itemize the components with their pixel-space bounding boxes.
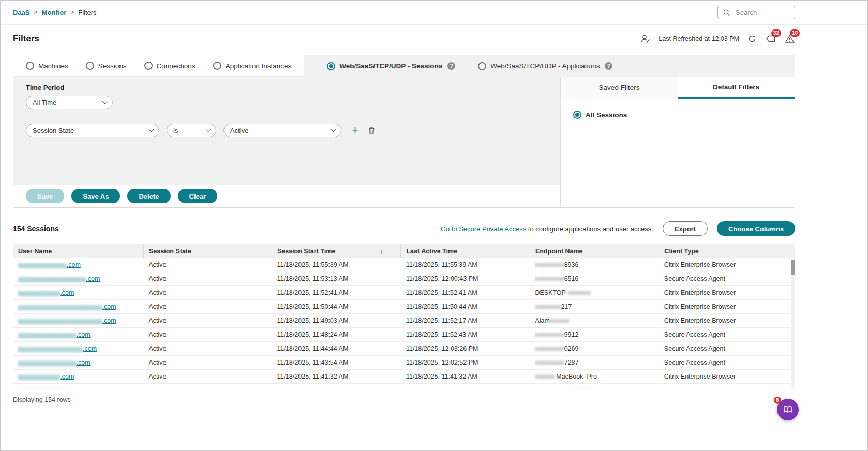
filter-actions: Save Save As Delete Clear — [13, 185, 560, 207]
secure-private-access-link[interactable]: Go to Secure Private Access — [441, 225, 526, 233]
last-active-cell: 11/18/2025, 11:41:32 AM — [401, 370, 530, 384]
session-state-cell: Active — [144, 342, 272, 356]
user-link[interactable]: xxxxxxxxxxxxxxxxxx.com — [18, 359, 91, 366]
session-start-cell: 11/18/2025, 11:37:22 AM — [272, 384, 400, 388]
filter-type-application-instances[interactable]: Application Instances — [213, 62, 292, 70]
breadcrumb-daas[interactable]: DaaS — [13, 9, 30, 17]
user-link[interactable]: xxxxxxxxxxxxxxx.com — [18, 387, 81, 388]
filter-type-group-left: Machines Sessions Connections Applicatio… — [13, 55, 304, 77]
tab-saved-filters[interactable]: Saved Filters — [561, 77, 678, 99]
breadcrumb-monitor[interactable]: Monitor — [42, 9, 67, 17]
session-state-cell: Active — [144, 286, 272, 300]
choose-columns-button[interactable]: Choose Columns — [717, 221, 795, 236]
session-state-cell: Active — [144, 258, 272, 272]
client-type-cell: Secure Access Agent — [659, 328, 795, 342]
endpoint-name-cell: xxxxxxxxx6516 — [530, 272, 659, 286]
save-button[interactable]: Save — [26, 189, 64, 203]
sort-desc-icon[interactable]: ↓ — [380, 247, 383, 255]
condition-operator-select[interactable]: is — [167, 124, 216, 137]
session-state-cell: Active — [144, 314, 272, 328]
radio-label: Connections — [157, 62, 196, 70]
filter-condition-row: Session State is Active + — [26, 124, 548, 137]
table-row: xxxxxxxxxxxxxxxxxxxxxxxxxx.comActive11/1… — [13, 300, 795, 314]
condition-value-select[interactable]: Active — [223, 124, 341, 137]
endpoint-name-cell: DESKTOP-Cxxxxxx — [530, 384, 659, 388]
filter-type-connections[interactable]: Connections — [144, 62, 196, 70]
whats-new-fab[interactable]: 6 — [777, 399, 799, 420]
page-title: Filters — [13, 34, 39, 44]
radio-icon — [478, 62, 486, 70]
user-edit-icon[interactable] — [640, 33, 651, 44]
sessions-table: User NameSession StateSession Start Time… — [13, 244, 795, 388]
column-header[interactable]: User Name — [13, 244, 144, 258]
user-name-cell: xxxxxxxxxxxxxxxxxxxxxxxxxx.com — [13, 300, 144, 314]
filter-type-web-saas-sessions[interactable]: Web/SaaS/TCP/UDP - Sessions ? — [327, 62, 455, 70]
session-state-cell: Active — [144, 356, 272, 370]
column-header[interactable]: Client Type — [659, 244, 795, 258]
endpoint-name-cell: Alamxxxxxx — [530, 314, 659, 328]
tab-default-filters[interactable]: Default Filters — [678, 77, 795, 99]
user-link[interactable]: xxxxxxxxxxxxxxxxxxxxxxxxxx.com — [18, 303, 116, 310]
table-scrollbar[interactable] — [791, 258, 795, 388]
help-icon[interactable]: ? — [605, 62, 612, 70]
table-row: xxxxxxxxxxxxxxxxxxxxxxxxxx.comActive11/1… — [13, 314, 795, 328]
column-header[interactable]: Endpoint Name — [530, 244, 659, 258]
endpoint-name-cell: xxxxxxxxx0269 — [530, 342, 659, 356]
endpoint-name-cell: xxxxxxxx217 — [530, 300, 659, 314]
user-link[interactable]: xxxxxxxxxxxxxxx.com — [18, 261, 81, 268]
user-name-cell: xxxxxxxxxxxxxxxxxxxxxxxxxx.com — [13, 314, 144, 328]
filter-builder-panel: Time Period All Time Session State is — [13, 77, 561, 207]
user-link[interactable]: xxxxxxxxxxxxx.com — [18, 373, 74, 380]
save-as-button[interactable]: Save As — [71, 189, 120, 203]
last-active-cell: 11/18/2025, 12:03:26 PM — [401, 342, 530, 356]
table-row: xxxxxxxxxxxxxxxxxx.comActive11/18/2025, … — [13, 328, 795, 342]
search-input[interactable] — [735, 8, 790, 17]
export-button[interactable]: Export — [663, 221, 708, 236]
user-name-cell: xxxxxxxxxxxxx.com — [13, 370, 144, 384]
refresh-icon[interactable] — [746, 33, 758, 44]
session-start-cell: 11/18/2025, 11:48:24 AM — [272, 328, 400, 342]
filter-type-machines[interactable]: Machines — [26, 62, 68, 70]
clear-button[interactable]: Clear — [178, 189, 218, 203]
table-row: xxxxxxxxxxxxxxx.comActive11/18/2025, 11:… — [13, 384, 795, 388]
spa-link-group: Go to Secure Private Access to configure… — [441, 225, 653, 233]
alerts-flag-icon[interactable]: 32 — [765, 33, 776, 44]
session-start-cell: 11/18/2025, 11:50:44 AM — [272, 300, 400, 314]
delete-condition-icon[interactable] — [368, 126, 376, 135]
filter-type-sessions[interactable]: Sessions — [86, 62, 127, 70]
client-type-cell: Citrix Enterprise Browser — [659, 314, 795, 328]
session-start-cell: 11/18/2025, 11:43:54 AM — [272, 356, 400, 370]
breadcrumb-current: Filters — [78, 9, 96, 17]
warning-triangle-icon[interactable]: 10 — [784, 33, 795, 44]
user-link[interactable]: xxxxxxxxxxxxxxxxxxxxxxxxxx.com — [18, 317, 116, 324]
scrollbar-thumb[interactable] — [791, 260, 795, 275]
column-header[interactable]: Session Start Time↓ — [272, 244, 400, 258]
session-start-cell: 11/18/2025, 11:55:39 AM — [272, 258, 400, 272]
last-active-cell: 11/18/2025, 11:52:41 AM — [401, 286, 530, 300]
session-state-cell: Active — [144, 384, 272, 388]
delete-button[interactable]: Delete — [127, 189, 170, 203]
condition-field-select[interactable]: Session State — [26, 124, 159, 137]
user-link[interactable]: xxxxxxxxxxxxxxxxxxxx.com — [18, 345, 97, 352]
default-filter-all-sessions[interactable]: All Sessions — [573, 111, 782, 119]
help-icon[interactable]: ? — [447, 62, 455, 70]
radio-icon — [144, 62, 153, 70]
time-period-select[interactable]: All Time — [26, 96, 113, 109]
filter-type-web-saas-applications[interactable]: Web/SaaS/TCP/UDP - Applications ? — [478, 62, 612, 70]
last-active-cell: 11/18/2025, 11:52:17 AM — [401, 314, 530, 328]
session-start-cell: 11/18/2025, 11:52:41 AM — [272, 286, 400, 300]
endpoint-name-cell: xxxxxxxxx9912 — [530, 328, 659, 342]
user-name-cell: xxxxxxxxxxxxxxxxxx.com — [13, 356, 144, 370]
user-link[interactable]: xxxxxxxxxxxxxxxxxx.com — [18, 331, 91, 338]
column-header[interactable]: Last Active Time — [401, 244, 530, 258]
user-link[interactable]: xxxxxxxxxxxxx.com — [18, 289, 74, 296]
page-header: Filters Last Refreshed at 12:03 PM 32 10 — [1, 25, 867, 55]
search-box[interactable] — [717, 6, 795, 19]
user-link[interactable]: xxxxxxxxxxxxxxxxxxxxx.com — [18, 275, 100, 282]
add-condition-icon[interactable]: + — [352, 125, 358, 136]
client-type-cell: Citrix Enterprise Browser — [659, 286, 795, 300]
app-window: DaaS > Monitor > Filters Filters Last Re… — [0, 0, 868, 451]
column-header[interactable]: Session State — [144, 244, 272, 258]
client-type-cell: Citrix Enterprise Browser — [659, 258, 795, 272]
filter-type-row: Machines Sessions Connections Applicatio… — [13, 55, 795, 77]
